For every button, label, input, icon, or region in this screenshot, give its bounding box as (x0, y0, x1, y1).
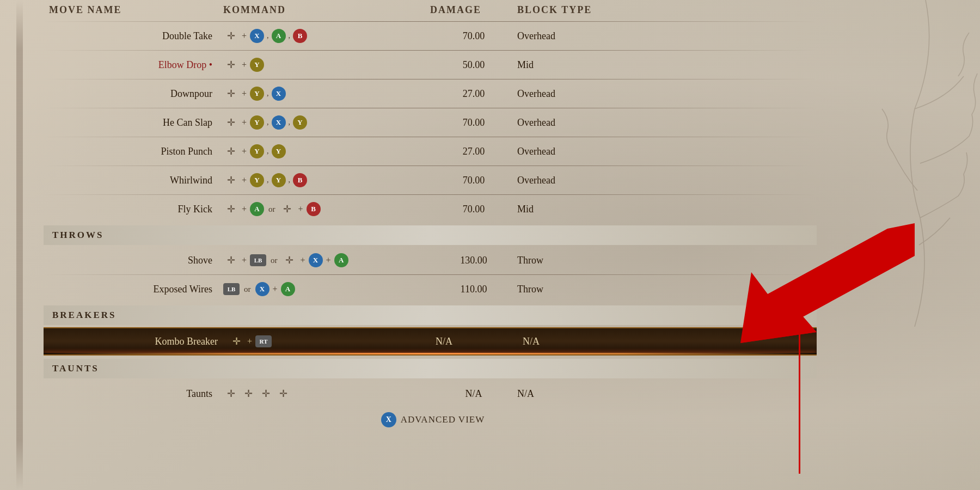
move-block-type: Overhead (517, 175, 626, 186)
row-divider (44, 166, 817, 166)
dpad-icon: ✛ (223, 144, 238, 159)
dpad-icon: ✛ (223, 201, 238, 217)
move-name: Exposed Wires (49, 284, 223, 295)
header-divider (44, 21, 817, 22)
table-row: Piston Punch ✛ + Y , Y 27.00 Overhead (38, 138, 828, 164)
move-name-highlighted: Elbow Drop (49, 59, 223, 71)
move-command: ✛ + Y , X , Y (223, 115, 430, 130)
section-bar: BREAKERS (44, 305, 817, 325)
move-name: Double Take (49, 30, 223, 42)
btn-x-icon: X (272, 87, 286, 101)
move-block-type: Overhead (517, 146, 626, 157)
btn-y-icon: Y (250, 87, 264, 101)
dpad-icon: ✛ (241, 386, 256, 401)
move-name: He Can Slap (49, 117, 223, 128)
move-damage: N/A (436, 336, 523, 347)
dpad-icon: ✛ (258, 386, 273, 401)
move-block-type: Overhead (517, 88, 626, 100)
table-row: Exposed Wires LB or X + A 110.00 Throw (38, 276, 828, 302)
move-block-type: Overhead (517, 117, 626, 128)
move-block-type: Throw (517, 255, 626, 266)
section-label: THROWS (52, 230, 104, 241)
row-divider (44, 79, 817, 79)
btn-x-icon: X (250, 29, 264, 43)
table-row: Double Take ✛ + X , A , B 70.00 Overhead (38, 23, 828, 49)
move-block-type: Mid (517, 204, 626, 215)
btn-y-icon: Y (250, 173, 264, 187)
move-damage: 70.00 (430, 117, 517, 128)
section-label: BREAKERS (52, 310, 117, 321)
btn-a-icon: A (272, 29, 286, 43)
btn-x-icon: X (255, 282, 270, 296)
dpad-icon: ✛ (223, 57, 238, 72)
advanced-view-section: X ADVANCED VIEW (38, 412, 828, 427)
throws-section-header: THROWS (44, 225, 817, 245)
move-name: Shove (49, 255, 223, 266)
table-header: MOVE NAME KOMMAND DAMAGE BLOCK TYPE (38, 0, 828, 20)
col-header-damage: DAMAGE (430, 4, 517, 16)
btn-x-icon: X (381, 412, 396, 427)
move-command: ✛ + Y , X (223, 86, 430, 101)
main-content: MOVE NAME KOMMAND DAMAGE BLOCK TYPE Doub… (16, 0, 828, 490)
col-header-command: KOMMAND (223, 4, 430, 16)
move-damage: N/A (430, 388, 517, 400)
dpad-icon: ✛ (280, 201, 295, 217)
move-name: Taunts (49, 388, 223, 400)
btn-x-icon: X (309, 253, 323, 267)
tree-decoration (817, 0, 980, 490)
move-command: ✛ + Y (223, 57, 430, 72)
move-damage: 70.00 (430, 30, 517, 42)
btn-lb-icon: LB (250, 254, 266, 266)
table-row: Elbow Drop ✛ + Y 50.00 Mid (38, 52, 828, 78)
btn-a-icon: A (281, 282, 295, 296)
btn-a-icon: A (334, 253, 348, 267)
move-command: ✛ + X , A , B (223, 28, 430, 44)
section-bar: THROWS (44, 225, 817, 245)
section-label: TAUNTS (52, 363, 99, 374)
move-damage: 27.00 (430, 88, 517, 100)
table-row: Downpour ✛ + Y , X 27.00 Overhead (38, 81, 828, 107)
move-command: ✛ + LB or ✛ + X + A (223, 253, 430, 268)
move-block-type: N/A (523, 336, 632, 347)
row-divider (44, 50, 817, 51)
move-name: Fly Kick (49, 204, 223, 215)
dpad-icon: ✛ (275, 386, 291, 401)
dpad-icon: ✛ (223, 173, 238, 188)
section-bar: TAUNTS (44, 359, 817, 378)
move-damage: 70.00 (430, 204, 517, 215)
dpad-icon: ✛ (223, 115, 238, 130)
btn-y-icon: Y (293, 115, 307, 130)
btn-y-icon: Y (272, 173, 286, 187)
move-block-type: Overhead (517, 30, 626, 42)
kombo-breaker-row: Kombo Breaker ✛ + RT N/A N/A (44, 327, 817, 356)
btn-y-icon: Y (250, 144, 264, 158)
col-header-move-name: MOVE NAME (49, 4, 223, 16)
dpad-icon: ✛ (223, 86, 238, 101)
dpad-icon: ✛ (223, 28, 238, 44)
move-command: ✛ + Y , Y , B (223, 173, 430, 188)
move-name: Whirlwind (49, 175, 223, 186)
btn-y-icon: Y (272, 144, 286, 158)
row-divider (44, 194, 817, 195)
row-divider (44, 274, 817, 275)
advanced-view-label[interactable]: ADVANCED VIEW (401, 414, 485, 425)
move-name: Kombo Breaker (54, 336, 229, 347)
kombo-row-inner: Kombo Breaker ✛ + RT N/A N/A (44, 328, 817, 354)
or-label: or (244, 285, 251, 294)
table-row: Shove ✛ + LB or ✛ + X + A 130.00 Throw (38, 247, 828, 273)
move-damage: 130.00 (430, 255, 517, 266)
table-row: Taunts ✛ ✛ ✛ ✛ N/A N/A (38, 381, 828, 407)
or-label: or (271, 256, 278, 265)
btn-a-icon: A (250, 202, 264, 216)
btn-b-icon: B (293, 29, 307, 43)
dpad-icon: ✛ (223, 386, 238, 401)
breakers-section-header: BREAKERS (44, 305, 817, 325)
btn-rt-icon: RT (255, 335, 272, 347)
col-header-block: BLOCK TYPE (517, 4, 626, 16)
table-row: Fly Kick ✛ + A or ✛ + B 70.00 Mid (38, 196, 828, 222)
table-row: He Can Slap ✛ + Y , X , Y 70.00 Overhead (38, 109, 828, 136)
move-block-type: Mid (517, 59, 626, 71)
or-label: or (268, 205, 275, 214)
move-command: ✛ + A or ✛ + B (223, 201, 430, 217)
btn-x-icon: X (272, 115, 286, 130)
